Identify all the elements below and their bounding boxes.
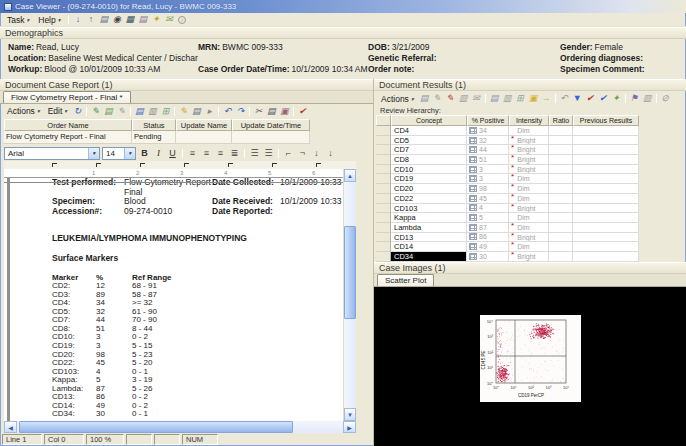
spellcheck-icon[interactable]: ✔ — [296, 105, 309, 117]
image-icon[interactable]: ▤ — [137, 14, 150, 26]
italic-button[interactable]: I — [152, 147, 165, 160]
result-row[interactable]: CD19 3 * Dim — [376, 174, 686, 184]
concept-cell[interactable]: CD103 — [391, 204, 467, 214]
scroll-thumb[interactable] — [19, 421, 293, 433]
result-row[interactable]: CD103 4 * Bright — [376, 204, 686, 214]
refresh-icon[interactable]: ↻ — [71, 105, 84, 117]
comment-icon[interactable]: ✉ — [163, 14, 176, 26]
edit-menu[interactable]: Edit ▾ — [44, 105, 71, 117]
concept-cell[interactable]: CD4 — [391, 126, 467, 136]
refresh-document-icon[interactable]: ▤ — [418, 93, 431, 105]
scroll-right-arrow[interactable]: ▶ — [343, 421, 356, 433]
align-center-button[interactable]: ≡ — [200, 147, 213, 160]
result-row[interactable]: CD7 44 * Bright — [376, 145, 686, 155]
concept-cell[interactable]: CD20 — [391, 184, 467, 194]
flag-icon[interactable]: ⚑ — [628, 93, 641, 105]
red-check-icon[interactable]: ✔ — [584, 93, 597, 105]
bold-button[interactable]: B — [138, 147, 151, 160]
tab-right-button[interactable]: ↓ — [324, 147, 337, 160]
result-row[interactable]: CD13 86 * Bright — [376, 233, 686, 243]
concept-cell[interactable]: CD19 — [391, 174, 467, 184]
undo-icon[interactable]: ↶ — [558, 93, 571, 105]
forward-icon[interactable]: ▸ — [203, 105, 216, 117]
concept-cell[interactable]: CD10 — [391, 165, 467, 175]
highlighter-icon[interactable]: ✎ — [177, 105, 190, 117]
result-row[interactable]: CD34 30 * Bright — [376, 252, 686, 262]
copy-document-icon[interactable]: ▤ — [133, 105, 146, 117]
scroll-up-arrow[interactable]: ▲ — [344, 169, 356, 182]
key-icon[interactable]: ✦ — [150, 14, 163, 26]
move-down-icon[interactable]: ↓ — [72, 14, 85, 26]
actions-menu[interactable]: Actions ▾ — [377, 93, 418, 105]
help-menu[interactable]: Help ▾ — [34, 14, 64, 26]
info-icon[interactable]: i — [176, 14, 189, 26]
scatter-plot-image[interactable]: 10⁰ 10¹ 10² 10³ 10⁴ 10⁰ 10¹ 10² 10³ 10⁴ — [480, 315, 581, 402]
concept-cell[interactable]: Lambda — [391, 223, 467, 233]
edit-note-icon[interactable]: ✎ — [89, 105, 102, 117]
concept-cell[interactable]: CD8 — [391, 155, 467, 165]
copy-icon[interactable]: ▤ — [265, 105, 278, 117]
pencil-icon[interactable]: ✎ — [431, 93, 444, 105]
result-row[interactable]: Kappa 5 * Dim — [376, 213, 686, 223]
order-row[interactable]: Flow Cytometry Report - FinalPending — [4, 131, 373, 144]
font-size-select[interactable]: 14 ▾ — [102, 147, 136, 160]
concept-cell[interactable]: CD22 — [391, 194, 467, 204]
scroll-thumb[interactable] — [344, 226, 356, 319]
result-row[interactable]: CD22 45 * Dim — [376, 194, 686, 204]
result-row[interactable]: CD10 3 * Bright — [376, 165, 686, 175]
leaf-icon[interactable]: ✦ — [610, 93, 623, 105]
concept-cell[interactable]: CD7 — [391, 145, 467, 155]
task-menu[interactable]: Task ▾ — [3, 14, 33, 26]
yellow-arrow-icon[interactable]: → — [540, 93, 553, 105]
undo-icon[interactable]: ↶ — [221, 105, 234, 117]
result-row[interactable]: CD5 32 * Bright — [376, 136, 686, 146]
dark-image-icon[interactable]: ▦ — [124, 14, 137, 26]
tab-flow-cytometry-report[interactable]: Flow Cytometry Report - Final * — [3, 91, 131, 103]
scroll-down-arrow[interactable]: ▼ — [344, 408, 356, 421]
result-row[interactable]: CD4 34 * Dim — [376, 126, 686, 136]
yellow-note-icon[interactable]: ▣ — [527, 93, 540, 105]
result-row[interactable]: CD8 51 * Bright — [376, 155, 686, 165]
filter-icon[interactable]: ▼ — [571, 93, 584, 105]
hierarchy-icon[interactable]: ⊞ — [514, 93, 527, 105]
scroll-left-arrow[interactable]: ◀ — [4, 421, 17, 433]
vertical-scrollbar[interactable]: ▲ ▼ — [343, 169, 356, 421]
record-icon[interactable]: ◉ — [111, 14, 124, 26]
sign-document-icon[interactable]: ▤ — [102, 105, 115, 117]
document-history-icon[interactable]: ▥ — [501, 93, 514, 105]
underline-button[interactable]: U — [166, 147, 179, 160]
document-editor[interactable]: Test performed: Flow Cytometry Report - … — [4, 178, 343, 421]
result-row[interactable]: CD20 98 * Dim — [376, 184, 686, 194]
tab-left-button[interactable]: ⌐ — [282, 147, 295, 160]
signature-icon[interactable]: ✎ — [444, 93, 457, 105]
hierarchy-icon[interactable]: ⊞ — [159, 105, 172, 117]
align-left-button[interactable]: ≡ — [186, 147, 199, 160]
tab-center-button[interactable]: ¬ — [296, 147, 309, 160]
concept-cell[interactable]: CD5 — [391, 136, 467, 146]
dropdown-arrow-icon[interactable]: ▾ — [88, 148, 99, 159]
justify-button[interactable]: ≣ — [228, 147, 241, 160]
stamp-pair-icon[interactable]: ▥ — [641, 93, 654, 105]
concept-cell[interactable]: CD14 — [391, 242, 467, 252]
stamp-icon[interactable]: ▥ — [457, 93, 470, 105]
tab-decimal-button[interactable]: ↓ — [310, 147, 323, 160]
concept-cell[interactable]: Kappa — [391, 213, 467, 223]
align-right-button[interactable]: ≡ — [214, 147, 227, 160]
redo-icon[interactable]: ↷ — [234, 105, 247, 117]
cut-icon[interactable]: ✂ — [252, 105, 265, 117]
document-history-icon[interactable]: ▥ — [146, 105, 159, 117]
actions-menu[interactable]: Actions ▾ — [3, 105, 44, 117]
numbered-list-button[interactable]: ☰ — [248, 147, 261, 160]
no-entry-icon[interactable]: ⊘ — [659, 93, 672, 105]
pencil-icon[interactable]: ✎ — [115, 105, 128, 117]
blue-check-icon[interactable]: ✔ — [597, 93, 610, 105]
tab-scatter-plot[interactable]: Scatter Plot — [377, 274, 434, 286]
ruler[interactable]: 123456 — [4, 169, 343, 178]
result-row[interactable]: CD14 49 * Dim — [376, 242, 686, 252]
copy-document-icon[interactable]: ▤ — [488, 93, 501, 105]
new-document-icon[interactable]: ▤ — [98, 14, 111, 26]
font-family-select[interactable]: Arial ▾ — [4, 147, 100, 160]
print-icon[interactable]: ▤ — [190, 105, 203, 117]
paste-icon[interactable]: ▣ — [278, 105, 291, 117]
tab-stop-strip[interactable] — [4, 161, 356, 169]
